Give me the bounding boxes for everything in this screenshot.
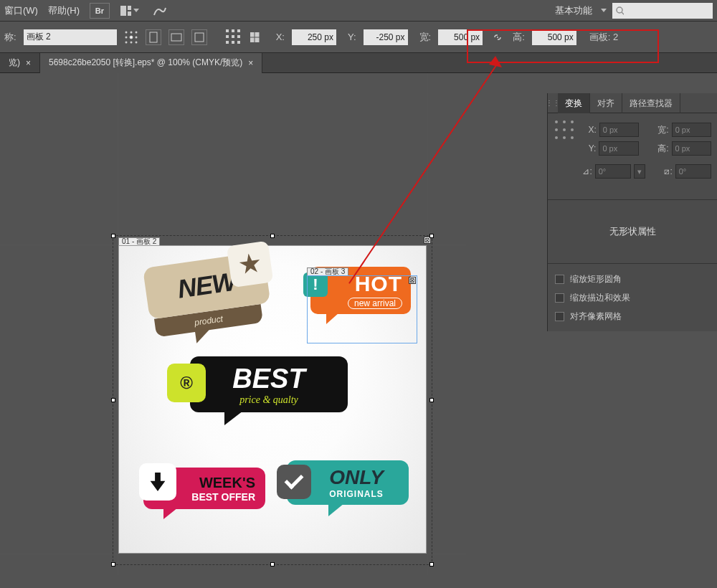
panel-h-input[interactable]: 0 px: [672, 141, 711, 156]
checkbox-icon[interactable]: [555, 275, 564, 284]
gpu-preview-button[interactable]: [150, 3, 170, 19]
svg-point-9: [130, 36, 133, 39]
resize-handle[interactable]: [270, 562, 275, 566]
tab-transform[interactable]: 变换: [558, 93, 590, 113]
artboard-name-label: 称:: [4, 31, 16, 44]
svg-point-21: [497, 37, 498, 38]
svg-rect-2: [128, 11, 131, 16]
width-input[interactable]: 500 px: [438, 29, 483, 45]
artboard-count-label: 画板: 2: [589, 31, 618, 44]
workspace-switcher[interactable]: 基本功能: [555, 3, 713, 19]
panel-y-label: Y:: [582, 143, 597, 153]
svg-point-26: [555, 128, 558, 131]
opt-scale-corners[interactable]: 缩放矩形圆角: [555, 270, 710, 288]
menu-bar: 窗口(W) 帮助(H) Br 基本功能: [0, 0, 717, 22]
panel-angle-label: ⊿:: [579, 166, 592, 176]
rearrange-artboards-button[interactable]: [249, 29, 265, 45]
y-label: Y:: [348, 32, 356, 42]
svg-rect-19: [250, 38, 254, 42]
svg-line-4: [622, 12, 624, 15]
search-field[interactable]: [627, 6, 710, 16]
svg-point-7: [135, 31, 137, 33]
resize-handle[interactable]: [429, 398, 434, 402]
reference-point-selector[interactable]: [124, 30, 138, 44]
svg-rect-18: [255, 32, 259, 37]
tab-align[interactable]: 对齐: [590, 93, 622, 113]
svg-point-3: [617, 7, 622, 13]
new-artboard-button[interactable]: [191, 29, 207, 45]
resize-handle[interactable]: [429, 234, 434, 238]
chevron-down-icon: [133, 9, 139, 12]
artboard-name-input[interactable]: 画板 2: [24, 29, 117, 45]
checkbox-icon[interactable]: [555, 293, 564, 303]
svg-rect-15: [171, 34, 181, 41]
panel-grip-icon[interactable]: ⋮⋮: [548, 93, 558, 113]
menu-help[interactable]: 帮助(H): [48, 4, 80, 17]
width-label: 宽:: [419, 31, 432, 44]
svg-point-30: [563, 136, 566, 139]
artboard-options-button[interactable]: [226, 29, 242, 45]
panel-x-input[interactable]: 0 px: [599, 123, 639, 137]
panel-w-input[interactable]: 0 px: [672, 123, 711, 137]
angle-dropdown[interactable]: ▾: [634, 164, 645, 179]
close-icon[interactable]: ×: [26, 58, 31, 68]
svg-rect-16: [195, 33, 204, 42]
svg-point-10: [135, 36, 137, 38]
panel-y-input[interactable]: 0 px: [599, 141, 638, 156]
svg-point-6: [130, 31, 132, 33]
resize-handle[interactable]: [111, 234, 115, 238]
svg-point-31: [571, 136, 574, 139]
opt-align-pixel-grid[interactable]: 对齐像素网格: [555, 307, 710, 326]
svg-rect-0: [120, 6, 126, 16]
orient-portrait-button[interactable]: [146, 29, 161, 45]
svg-point-12: [130, 41, 132, 43]
menu-window[interactable]: 窗口(W): [4, 4, 38, 17]
orient-landscape-button[interactable]: [168, 29, 184, 45]
control-bar: 称: 画板 2 X: 250 px Y: -250 px 宽: 500 px 高…: [0, 22, 717, 53]
height-input[interactable]: 500 px: [532, 29, 576, 45]
svg-rect-20: [255, 38, 259, 42]
height-label: 高:: [513, 31, 525, 44]
resize-handle[interactable]: [111, 562, 115, 566]
transform-panel: ⋮⋮ 变换 对齐 路径查找器 X: 0 px 宽: 0 px Y: 0 px 高…: [548, 93, 717, 331]
panel-h-label: 高:: [655, 143, 669, 155]
svg-point-11: [125, 41, 127, 43]
tab-title: 览): [9, 57, 20, 69]
svg-point-23: [555, 120, 558, 123]
x-label: X:: [276, 32, 285, 42]
resize-handle[interactable]: [429, 562, 434, 566]
opt-scale-strokes[interactable]: 缩放描边和效果: [555, 288, 710, 307]
svg-point-25: [571, 120, 574, 123]
svg-rect-17: [250, 32, 254, 37]
transform-options: 缩放矩形圆角 缩放描边和效果 对齐像素网格: [548, 264, 717, 331]
y-input[interactable]: -250 px: [364, 29, 408, 45]
search-input[interactable]: [612, 3, 713, 19]
panel-shear-input[interactable]: 0°: [675, 164, 711, 179]
panel-angle-input[interactable]: 0°: [595, 164, 631, 179]
x-input[interactable]: 250 px: [292, 29, 336, 45]
checkbox-icon[interactable]: [555, 312, 564, 321]
svg-point-5: [125, 31, 127, 33]
svg-point-13: [135, 41, 137, 43]
resize-handle[interactable]: [111, 398, 115, 402]
link-wh-button[interactable]: [490, 29, 505, 45]
close-icon[interactable]: ×: [248, 58, 253, 68]
arrange-docs-button[interactable]: [120, 3, 140, 19]
reference-point-selector[interactable]: [554, 119, 575, 141]
tab-pathfinder[interactable]: 路径查找器: [622, 93, 680, 113]
bridge-button[interactable]: Br: [90, 3, 110, 19]
resize-handle[interactable]: [270, 234, 275, 238]
workspace-label: 基本功能: [555, 4, 592, 17]
panel-x-label: X:: [582, 125, 597, 135]
svg-point-28: [571, 128, 574, 131]
panel-w-label: 宽:: [655, 124, 669, 136]
svg-point-24: [563, 120, 566, 123]
svg-rect-14: [150, 32, 157, 42]
svg-point-27: [563, 128, 566, 131]
selection-bounds: ⊠: [113, 235, 432, 565]
document-tab-1[interactable]: 览) ×: [0, 53, 40, 73]
document-tab-2[interactable]: 5698c26be2050 [转换].eps* @ 100% (CMYK/预览)…: [40, 53, 262, 73]
search-icon: [615, 6, 624, 16]
svg-point-8: [125, 36, 127, 38]
svg-point-29: [555, 136, 558, 139]
